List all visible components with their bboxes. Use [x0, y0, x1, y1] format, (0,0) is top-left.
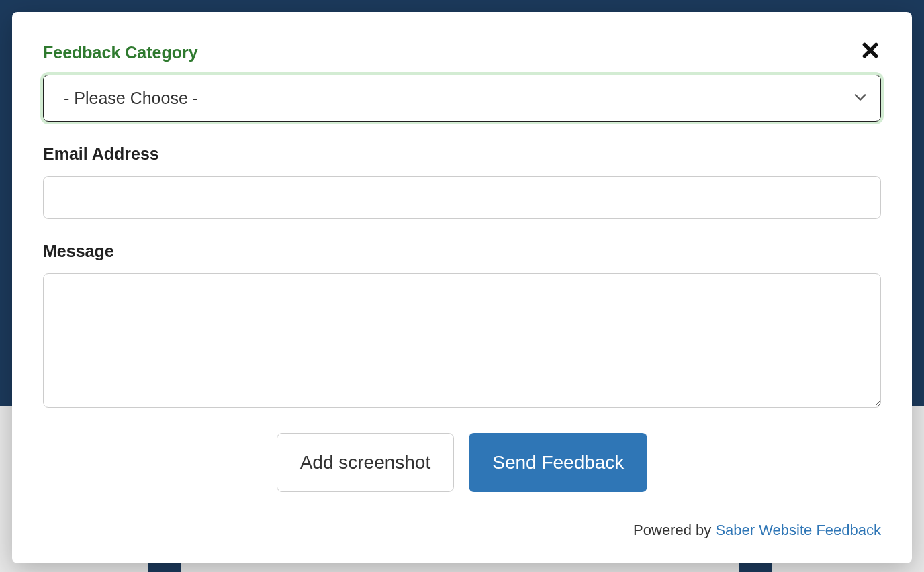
category-select-wrap: - Please Choose -	[43, 75, 881, 122]
message-group: Message	[43, 242, 881, 410]
powered-by: Powered by Saber Website Feedback	[43, 522, 881, 539]
email-field[interactable]	[43, 176, 881, 219]
category-select[interactable]: - Please Choose -	[43, 75, 881, 122]
close-icon	[862, 42, 879, 61]
button-row: Add screenshot Send Feedback	[43, 433, 881, 492]
add-screenshot-button[interactable]: Add screenshot	[277, 433, 455, 492]
message-label: Message	[43, 242, 881, 261]
email-label: Email Address	[43, 144, 881, 164]
feedback-modal: Feedback Category - Please Choose - Emai…	[12, 12, 912, 563]
close-button[interactable]	[857, 38, 884, 64]
message-field[interactable]	[43, 273, 881, 408]
email-group: Email Address	[43, 144, 881, 219]
category-group: Feedback Category - Please Choose -	[43, 43, 881, 122]
powered-by-link[interactable]: Saber Website Feedback	[715, 522, 881, 538]
powered-by-prefix: Powered by	[633, 522, 715, 538]
category-label: Feedback Category	[43, 43, 881, 62]
send-feedback-button[interactable]: Send Feedback	[469, 433, 647, 492]
